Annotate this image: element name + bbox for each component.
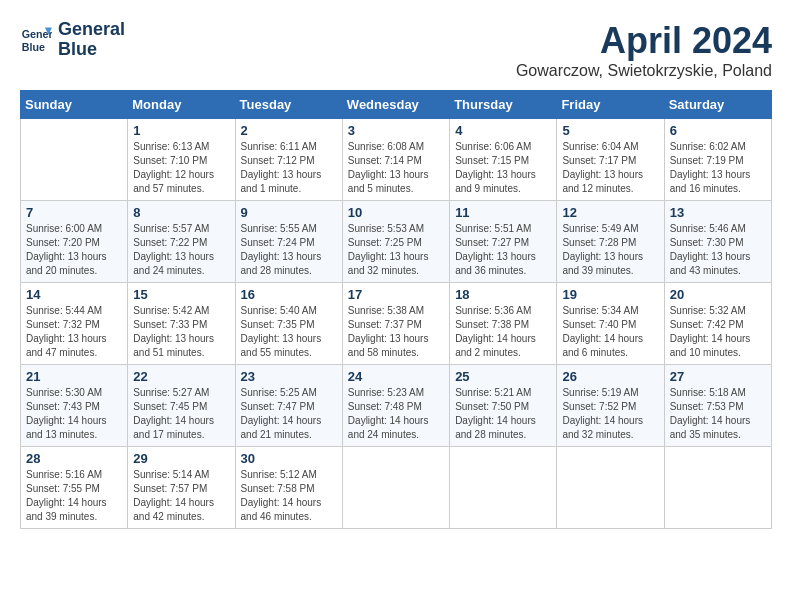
calendar-week-3: 14Sunrise: 5:44 AMSunset: 7:32 PMDayligh… <box>21 283 772 365</box>
page-header: General Blue General Blue April 2024 Gow… <box>20 20 772 80</box>
weekday-header-tuesday: Tuesday <box>235 91 342 119</box>
calendar-cell: 8Sunrise: 5:57 AMSunset: 7:22 PMDaylight… <box>128 201 235 283</box>
day-number: 6 <box>670 123 766 138</box>
day-info: Sunrise: 5:49 AMSunset: 7:28 PMDaylight:… <box>562 222 658 278</box>
calendar-cell: 12Sunrise: 5:49 AMSunset: 7:28 PMDayligh… <box>557 201 664 283</box>
day-number: 25 <box>455 369 551 384</box>
calendar-cell: 30Sunrise: 5:12 AMSunset: 7:58 PMDayligh… <box>235 447 342 529</box>
day-number: 8 <box>133 205 229 220</box>
calendar-week-2: 7Sunrise: 6:00 AMSunset: 7:20 PMDaylight… <box>21 201 772 283</box>
day-info: Sunrise: 5:40 AMSunset: 7:35 PMDaylight:… <box>241 304 337 360</box>
day-number: 12 <box>562 205 658 220</box>
calendar-cell: 10Sunrise: 5:53 AMSunset: 7:25 PMDayligh… <box>342 201 449 283</box>
day-number: 29 <box>133 451 229 466</box>
calendar-cell: 26Sunrise: 5:19 AMSunset: 7:52 PMDayligh… <box>557 365 664 447</box>
day-number: 2 <box>241 123 337 138</box>
day-number: 17 <box>348 287 444 302</box>
day-info: Sunrise: 5:14 AMSunset: 7:57 PMDaylight:… <box>133 468 229 524</box>
calendar-cell: 5Sunrise: 6:04 AMSunset: 7:17 PMDaylight… <box>557 119 664 201</box>
weekday-header-sunday: Sunday <box>21 91 128 119</box>
weekday-header-thursday: Thursday <box>450 91 557 119</box>
day-info: Sunrise: 5:27 AMSunset: 7:45 PMDaylight:… <box>133 386 229 442</box>
day-number: 3 <box>348 123 444 138</box>
day-info: Sunrise: 5:12 AMSunset: 7:58 PMDaylight:… <box>241 468 337 524</box>
day-number: 11 <box>455 205 551 220</box>
calendar-week-1: 1Sunrise: 6:13 AMSunset: 7:10 PMDaylight… <box>21 119 772 201</box>
calendar-cell: 15Sunrise: 5:42 AMSunset: 7:33 PMDayligh… <box>128 283 235 365</box>
day-info: Sunrise: 5:55 AMSunset: 7:24 PMDaylight:… <box>241 222 337 278</box>
day-info: Sunrise: 5:21 AMSunset: 7:50 PMDaylight:… <box>455 386 551 442</box>
calendar-cell <box>450 447 557 529</box>
day-info: Sunrise: 5:30 AMSunset: 7:43 PMDaylight:… <box>26 386 122 442</box>
day-number: 7 <box>26 205 122 220</box>
day-number: 27 <box>670 369 766 384</box>
day-number: 15 <box>133 287 229 302</box>
calendar-cell: 1Sunrise: 6:13 AMSunset: 7:10 PMDaylight… <box>128 119 235 201</box>
day-number: 5 <box>562 123 658 138</box>
logo-line1: General <box>58 20 125 40</box>
day-info: Sunrise: 6:13 AMSunset: 7:10 PMDaylight:… <box>133 140 229 196</box>
day-info: Sunrise: 6:02 AMSunset: 7:19 PMDaylight:… <box>670 140 766 196</box>
calendar-week-4: 21Sunrise: 5:30 AMSunset: 7:43 PMDayligh… <box>21 365 772 447</box>
title-area: April 2024 Gowarczow, Swietokrzyskie, Po… <box>516 20 772 80</box>
calendar-header: SundayMondayTuesdayWednesdayThursdayFrid… <box>21 91 772 119</box>
calendar-cell <box>342 447 449 529</box>
day-info: Sunrise: 5:44 AMSunset: 7:32 PMDaylight:… <box>26 304 122 360</box>
calendar-cell: 9Sunrise: 5:55 AMSunset: 7:24 PMDaylight… <box>235 201 342 283</box>
day-info: Sunrise: 5:57 AMSunset: 7:22 PMDaylight:… <box>133 222 229 278</box>
day-info: Sunrise: 5:34 AMSunset: 7:40 PMDaylight:… <box>562 304 658 360</box>
calendar-cell: 6Sunrise: 6:02 AMSunset: 7:19 PMDaylight… <box>664 119 771 201</box>
calendar-cell: 3Sunrise: 6:08 AMSunset: 7:14 PMDaylight… <box>342 119 449 201</box>
calendar-cell: 4Sunrise: 6:06 AMSunset: 7:15 PMDaylight… <box>450 119 557 201</box>
weekday-header-saturday: Saturday <box>664 91 771 119</box>
calendar-cell: 17Sunrise: 5:38 AMSunset: 7:37 PMDayligh… <box>342 283 449 365</box>
calendar-cell: 19Sunrise: 5:34 AMSunset: 7:40 PMDayligh… <box>557 283 664 365</box>
calendar-cell: 28Sunrise: 5:16 AMSunset: 7:55 PMDayligh… <box>21 447 128 529</box>
location: Gowarczow, Swietokrzyskie, Poland <box>516 62 772 80</box>
calendar-cell: 14Sunrise: 5:44 AMSunset: 7:32 PMDayligh… <box>21 283 128 365</box>
day-info: Sunrise: 6:08 AMSunset: 7:14 PMDaylight:… <box>348 140 444 196</box>
day-number: 28 <box>26 451 122 466</box>
logo-icon: General Blue <box>20 24 52 56</box>
day-info: Sunrise: 5:51 AMSunset: 7:27 PMDaylight:… <box>455 222 551 278</box>
day-info: Sunrise: 5:38 AMSunset: 7:37 PMDaylight:… <box>348 304 444 360</box>
day-number: 30 <box>241 451 337 466</box>
day-number: 16 <box>241 287 337 302</box>
day-number: 1 <box>133 123 229 138</box>
day-info: Sunrise: 6:06 AMSunset: 7:15 PMDaylight:… <box>455 140 551 196</box>
calendar-cell: 29Sunrise: 5:14 AMSunset: 7:57 PMDayligh… <box>128 447 235 529</box>
calendar-cell: 20Sunrise: 5:32 AMSunset: 7:42 PMDayligh… <box>664 283 771 365</box>
day-info: Sunrise: 5:32 AMSunset: 7:42 PMDaylight:… <box>670 304 766 360</box>
calendar-cell: 11Sunrise: 5:51 AMSunset: 7:27 PMDayligh… <box>450 201 557 283</box>
svg-text:Blue: Blue <box>22 40 45 52</box>
day-number: 21 <box>26 369 122 384</box>
day-number: 20 <box>670 287 766 302</box>
day-info: Sunrise: 5:23 AMSunset: 7:48 PMDaylight:… <box>348 386 444 442</box>
calendar-cell: 23Sunrise: 5:25 AMSunset: 7:47 PMDayligh… <box>235 365 342 447</box>
weekday-header-row: SundayMondayTuesdayWednesdayThursdayFrid… <box>21 91 772 119</box>
calendar-cell: 27Sunrise: 5:18 AMSunset: 7:53 PMDayligh… <box>664 365 771 447</box>
day-info: Sunrise: 6:11 AMSunset: 7:12 PMDaylight:… <box>241 140 337 196</box>
weekday-header-monday: Monday <box>128 91 235 119</box>
calendar-cell: 2Sunrise: 6:11 AMSunset: 7:12 PMDaylight… <box>235 119 342 201</box>
calendar-cell: 13Sunrise: 5:46 AMSunset: 7:30 PMDayligh… <box>664 201 771 283</box>
day-number: 4 <box>455 123 551 138</box>
logo-text: General Blue <box>58 20 125 60</box>
day-number: 24 <box>348 369 444 384</box>
calendar-cell: 21Sunrise: 5:30 AMSunset: 7:43 PMDayligh… <box>21 365 128 447</box>
day-info: Sunrise: 5:36 AMSunset: 7:38 PMDaylight:… <box>455 304 551 360</box>
day-number: 13 <box>670 205 766 220</box>
calendar-cell: 25Sunrise: 5:21 AMSunset: 7:50 PMDayligh… <box>450 365 557 447</box>
calendar-cell <box>21 119 128 201</box>
day-number: 23 <box>241 369 337 384</box>
calendar-week-5: 28Sunrise: 5:16 AMSunset: 7:55 PMDayligh… <box>21 447 772 529</box>
day-info: Sunrise: 6:00 AMSunset: 7:20 PMDaylight:… <box>26 222 122 278</box>
day-number: 26 <box>562 369 658 384</box>
calendar-cell: 18Sunrise: 5:36 AMSunset: 7:38 PMDayligh… <box>450 283 557 365</box>
day-info: Sunrise: 5:42 AMSunset: 7:33 PMDaylight:… <box>133 304 229 360</box>
day-number: 14 <box>26 287 122 302</box>
day-info: Sunrise: 5:46 AMSunset: 7:30 PMDaylight:… <box>670 222 766 278</box>
logo: General Blue General Blue <box>20 20 125 60</box>
day-number: 19 <box>562 287 658 302</box>
day-info: Sunrise: 5:53 AMSunset: 7:25 PMDaylight:… <box>348 222 444 278</box>
